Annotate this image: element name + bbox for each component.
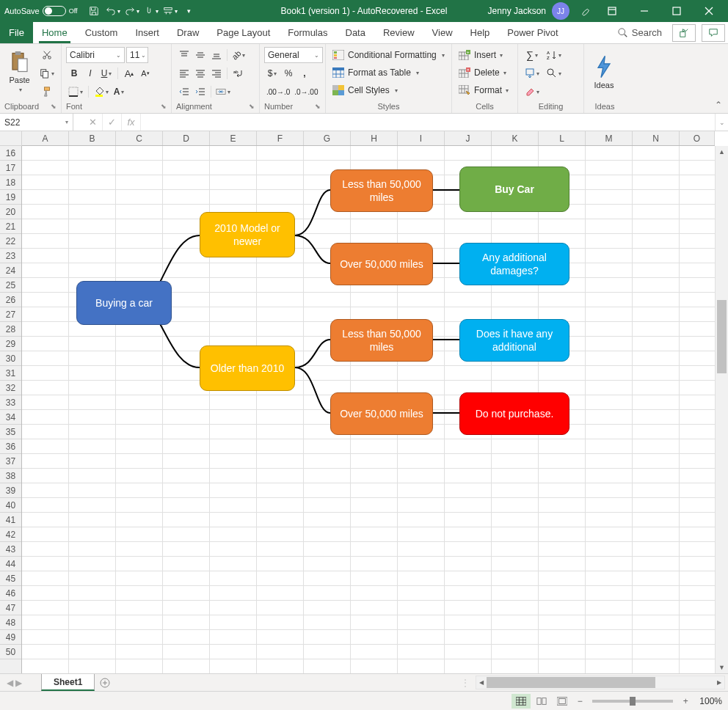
touch-mode-button[interactable]: ▾ [142, 2, 160, 20]
user-avatar[interactable]: JJ [552, 2, 569, 20]
scroll-right-button[interactable]: ▶ [714, 676, 724, 689]
column-header-E[interactable]: E [210, 131, 257, 145]
minimize-button[interactable] [630, 1, 659, 21]
increase-decimal-button[interactable]: .00→.0 [264, 84, 292, 100]
select-all-button[interactable] [0, 131, 22, 146]
hscroll-thumb[interactable] [487, 677, 655, 688]
row-header-28[interactable]: 28 [0, 322, 21, 337]
decrease-indent-button[interactable] [176, 84, 192, 100]
column-header-K[interactable]: K [492, 131, 539, 145]
close-button[interactable] [694, 1, 724, 21]
number-launcher[interactable]: ⬊ [315, 103, 321, 110]
insert-cells-button[interactable]: +Insert▾ [456, 47, 505, 63]
row-header-37[interactable]: 37 [0, 454, 21, 469]
format-as-table-button[interactable]: Format as Table▾ [330, 65, 421, 81]
row-header-30[interactable]: 30 [0, 351, 21, 366]
row-header-18[interactable]: 18 [0, 175, 21, 190]
delete-cells-button[interactable]: ×Delete▾ [456, 65, 509, 81]
collapse-ribbon-button[interactable]: ⌃ [715, 100, 722, 110]
scroll-left-button[interactable]: ◀ [476, 676, 487, 689]
ribbon-display-button[interactable] [597, 1, 627, 21]
decrease-decimal-button[interactable]: .0→.00 [292, 84, 320, 100]
coming-soon-button[interactable] [577, 2, 594, 20]
row-header-23[interactable]: 23 [0, 249, 21, 263]
orientation-button[interactable]: ab▾ [230, 47, 247, 63]
tab-custom[interactable]: Custom [76, 22, 127, 43]
search-button[interactable]: Search [611, 27, 669, 38]
row-header-25[interactable]: 25 [0, 278, 21, 293]
save-button[interactable] [85, 2, 103, 20]
borders-button[interactable]: ▾ [66, 84, 85, 100]
qat-more-button[interactable]: ▾ [181, 2, 198, 20]
shape-over-2[interactable]: Over 50,000 miles [330, 392, 433, 435]
row-header-20[interactable]: 20 [0, 205, 21, 219]
undo-button[interactable]: ▾ [104, 2, 122, 20]
row-header-35[interactable]: 35 [0, 425, 21, 439]
scroll-thumb[interactable] [717, 300, 727, 373]
autosum-button[interactable]: ∑▾ [523, 47, 542, 63]
format-painter-button[interactable] [37, 84, 57, 100]
increase-font-button[interactable]: A▴ [121, 65, 137, 81]
column-header-B[interactable]: B [69, 131, 116, 145]
scroll-down-button[interactable]: ▼ [716, 662, 728, 673]
sort-filter-button[interactable]: AZ▾ [545, 47, 564, 63]
add-sheet-button[interactable] [95, 674, 115, 691]
number-format-select[interactable]: General⌄ [264, 47, 323, 63]
conditional-formatting-button[interactable]: Conditional Formatting▾ [330, 47, 447, 63]
column-header-J[interactable]: J [445, 131, 492, 145]
row-header-46[interactable]: 46 [0, 586, 21, 601]
column-header-H[interactable]: H [351, 131, 398, 145]
row-header-44[interactable]: 44 [0, 557, 21, 571]
row-header-31[interactable]: 31 [0, 366, 21, 381]
shape-root[interactable]: Buying a car [76, 281, 172, 325]
row-header-24[interactable]: 24 [0, 263, 21, 278]
row-header-27[interactable]: 27 [0, 307, 21, 322]
insert-function-button[interactable]: fx [122, 114, 141, 131]
align-right-button[interactable] [208, 65, 225, 81]
row-header-22[interactable]: 22 [0, 234, 21, 249]
row-header-34[interactable]: 34 [0, 410, 21, 425]
row-header-17[interactable]: 17 [0, 161, 21, 175]
font-color-button[interactable]: A▾ [111, 84, 127, 100]
tab-file[interactable]: File [0, 22, 33, 43]
increase-indent-button[interactable] [192, 84, 208, 100]
zoom-slider-thumb[interactable] [630, 697, 636, 706]
row-header-32[interactable]: 32 [0, 381, 21, 395]
row-header-50[interactable]: 50 [0, 645, 21, 659]
column-header-F[interactable]: F [257, 131, 304, 145]
row-header-33[interactable]: 33 [0, 395, 21, 410]
shape-less-1[interactable]: Less than 50,000 miles [330, 169, 433, 212]
tab-draw[interactable]: Draw [168, 22, 208, 43]
row-header-47[interactable]: 47 [0, 601, 21, 615]
row-header-40[interactable]: 40 [0, 498, 21, 513]
tab-formulas[interactable]: Formulas [279, 22, 336, 43]
cut-button[interactable] [37, 47, 57, 63]
name-box[interactable]: S22▾ [0, 114, 73, 131]
paste-button[interactable]: Paste ▾ [4, 47, 34, 97]
shape-damages[interactable]: Any additional damages? [459, 243, 569, 285]
align-middle-button[interactable] [192, 47, 208, 63]
tab-home[interactable]: Home [33, 22, 76, 43]
row-header-39[interactable]: 39 [0, 483, 21, 498]
row-header-38[interactable]: 38 [0, 469, 21, 483]
shape-over-1[interactable]: Over 50,000 miles [330, 243, 433, 285]
column-header-D[interactable]: D [163, 131, 210, 145]
qat-customize-button[interactable]: ▾ [161, 2, 179, 20]
zoom-in-button[interactable]: + [679, 696, 692, 706]
tab-help[interactable]: Help [462, 22, 499, 43]
sheet-tab-sheet1[interactable]: Sheet1 [41, 674, 95, 691]
column-header-N[interactable]: N [633, 131, 680, 145]
align-center-button[interactable] [192, 65, 208, 81]
align-left-button[interactable] [176, 65, 192, 81]
normal-view-button[interactable] [512, 694, 531, 709]
scroll-up-button[interactable]: ▲ [716, 146, 728, 158]
comma-format-button[interactable]: , [296, 65, 313, 81]
find-select-button[interactable]: ▾ [545, 65, 564, 81]
tab-insert[interactable]: Insert [126, 22, 168, 43]
row-header-26[interactable]: 26 [0, 293, 21, 307]
format-cells-button[interactable]: Format▾ [456, 82, 511, 98]
shape-donot[interactable]: Do not purchase. [459, 392, 569, 435]
row-header-43[interactable]: 43 [0, 542, 21, 557]
tab-power-pivot[interactable]: Power Pivot [498, 22, 567, 43]
row-header-36[interactable]: 36 [0, 439, 21, 454]
